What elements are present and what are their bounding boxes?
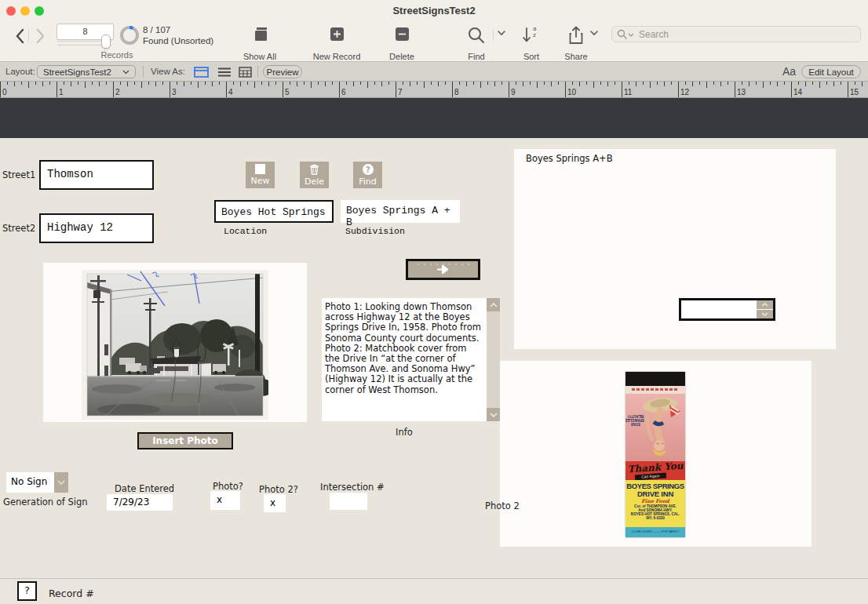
find-button[interactable]: Find: [459, 24, 494, 60]
find-chevron-icon[interactable]: [498, 31, 505, 36]
ruler-tick: [657, 82, 658, 85]
photo2-flag-field[interactable]: x: [264, 494, 286, 512]
ruler-tick: [49, 82, 50, 85]
date-entered-field[interactable]: 7/29/23: [107, 494, 173, 511]
ruler-number: 14: [793, 88, 802, 96]
ruler-tick: [459, 82, 460, 85]
view-form-icon[interactable]: [194, 67, 209, 78]
found-set-pie-icon[interactable]: [119, 24, 140, 46]
edit-layout-button[interactable]: Edit Layout: [801, 65, 861, 78]
ruler-tick: [212, 82, 213, 86]
ruler-tick: [205, 82, 206, 85]
ruler-tick: [678, 82, 679, 97]
trash-icon: [309, 164, 319, 175]
search-input[interactable]: [637, 28, 855, 41]
street2-label: Street2: [2, 223, 35, 234]
ruler-number: 11: [624, 88, 632, 96]
scroll-down-icon[interactable]: [487, 408, 500, 421]
photo1-flag-field[interactable]: x: [210, 491, 240, 510]
ruler-tick: [445, 82, 446, 85]
ruler-tick: [64, 82, 64, 85]
subdivision-portal-panel: [514, 149, 836, 349]
ruler-tick: [28, 82, 29, 88]
next-record-button[interactable]: [33, 27, 47, 45]
street2-field[interactable]: Highway 12: [39, 213, 154, 243]
ruler-tick: [311, 82, 312, 88]
share-chevron-icon[interactable]: [590, 31, 598, 36]
ruler-tick: [664, 82, 665, 86]
preview-button[interactable]: Preview: [263, 65, 302, 78]
photo1-street-scene[interactable]: [82, 270, 268, 420]
ruler-tick: [424, 82, 425, 88]
ruler-tick: [85, 82, 86, 88]
caret-up-icon: [761, 303, 768, 307]
right-arrow-icon: [436, 264, 452, 275]
ruler-tick: [403, 82, 403, 85]
insert-photo-button[interactable]: Insert Photo: [137, 432, 233, 449]
matchbook-print-strip: [625, 386, 685, 394]
ruler-tick: [367, 82, 368, 88]
ruler-tick: [14, 82, 15, 86]
ruler-tick: [798, 82, 799, 85]
new-icon: [255, 164, 265, 174]
new-record-button[interactable]: New Record: [309, 24, 364, 60]
stepper-up-button[interactable]: [757, 300, 773, 309]
ruler-tick: [162, 82, 163, 85]
ruler-tick: [42, 82, 43, 86]
intersection-field[interactable]: [330, 493, 367, 510]
ruler-tick: [346, 82, 347, 85]
new-record-icon: [330, 27, 345, 42]
layout-label: Layout:: [5, 67, 35, 76]
location-label: Location: [224, 226, 267, 236]
record-slider-thumb[interactable]: [101, 35, 111, 49]
stepper-down-button[interactable]: [757, 310, 773, 318]
street1-label: Street1: [2, 169, 35, 180]
generation-dropdown-button[interactable]: [54, 472, 68, 493]
go-to-related-button[interactable]: [406, 259, 480, 280]
subdivision-field[interactable]: Boyes Springs A + B: [341, 200, 460, 223]
ruler-tick: [756, 82, 757, 85]
ruler-tick: [318, 82, 319, 85]
delete-button[interactable]: Dele: [300, 162, 329, 188]
ruler-tick: [636, 82, 636, 86]
search-scope-chevron-icon[interactable]: [628, 33, 634, 38]
search-icon: [617, 29, 627, 39]
ruler-tick: [381, 82, 382, 86]
text-size-icon[interactable]: Aa: [782, 65, 796, 78]
ruler-tick: [650, 82, 651, 88]
street1-field[interactable]: Thomson: [39, 160, 154, 190]
matchbook-striker: [625, 372, 685, 386]
ruler-tick: [706, 82, 707, 88]
ruler-tick: [290, 82, 290, 85]
layout-popup[interactable]: StreetSignsTest2: [37, 65, 136, 78]
ruler-tick: [501, 82, 502, 85]
scroll-up-icon[interactable]: [487, 298, 500, 311]
ruler-number: 4: [228, 88, 233, 96]
show-all-button[interactable]: Show All: [232, 24, 287, 60]
sort-button[interactable]: az Sort: [514, 24, 549, 60]
help-button[interactable]: ?: [17, 581, 37, 601]
ruler-tick: [848, 82, 848, 97]
find-record-button[interactable]: ? Find: [353, 162, 382, 188]
info-scrollbar[interactable]: [487, 298, 500, 421]
view-list-icon[interactable]: [217, 67, 232, 78]
generation-field[interactable]: No Sign: [6, 472, 54, 493]
info-field[interactable]: Photo 1: Looking down Thomson across Hig…: [322, 298, 487, 421]
new-button[interactable]: New: [246, 162, 275, 188]
ruler-tick: [692, 82, 693, 86]
ruler-tick: [565, 82, 566, 97]
location-field[interactable]: Boyes Hot Springs: [214, 200, 334, 223]
subdivision-label: Subdivision: [345, 226, 405, 236]
ruler-tick: [410, 82, 410, 86]
search-field[interactable]: [611, 26, 861, 42]
delete-record-button[interactable]: Delete Record: [374, 24, 429, 60]
share-button[interactable]: Share: [559, 24, 593, 60]
view-table-icon[interactable]: [239, 67, 252, 78]
matchbook-name-section: BOYES SPRINGS DRIVE INN Fine Food Cor. o…: [625, 480, 685, 527]
ruler-number: 1: [59, 88, 64, 96]
photo2-matchbook[interactable]: STAR SPANGLED BEAUTY! Thank You Call Aga…: [625, 372, 685, 537]
nav-divider: [28, 29, 29, 42]
app-window: StreetSignsTest2 8 8 / 107 Found (Unsort…: [0, 0, 868, 604]
previous-record-button[interactable]: [13, 27, 27, 45]
header-band: [0, 98, 868, 138]
